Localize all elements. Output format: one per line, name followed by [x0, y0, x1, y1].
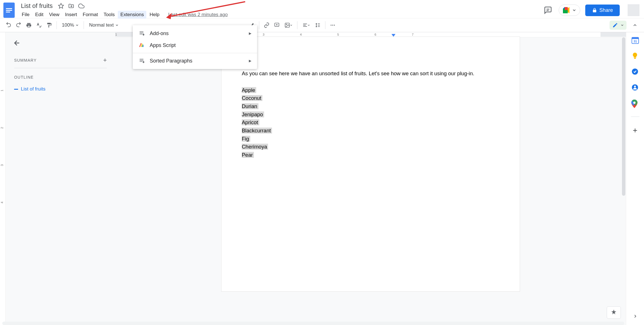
body-area: 1 2 3 4 SUMMARY + OUTLINE List of fruits… [0, 32, 644, 325]
toolbar: 100% Normal text [0, 18, 644, 32]
style-select[interactable]: Normal text [87, 21, 121, 29]
svg-text:+: + [143, 61, 144, 64]
outline-label: OUTLINE [11, 73, 110, 82]
align-button[interactable] [300, 21, 312, 30]
svg-text:+: + [143, 33, 144, 36]
svg-point-7 [286, 24, 287, 25]
document-column: 1 3 4 5 6 7 As you can see here we have … [115, 32, 626, 325]
maps-icon[interactable] [631, 100, 639, 107]
editing-mode-button[interactable] [610, 21, 626, 30]
hruler-number: 4 [300, 33, 302, 36]
zoom-select[interactable]: 100% [60, 21, 81, 29]
menu-format[interactable]: Format [80, 11, 101, 19]
menu-view[interactable]: View [47, 11, 62, 19]
star-icon[interactable] [58, 3, 64, 9]
outline-item[interactable]: List of fruits [11, 85, 110, 94]
add-summary-button[interactable]: + [103, 57, 107, 64]
svg-point-24 [633, 102, 636, 104]
docs-logo-icon [6, 7, 12, 13]
svg-point-23 [634, 86, 636, 88]
comment-button[interactable] [272, 21, 281, 30]
vertical-ruler: 1 2 3 4 [0, 32, 6, 325]
header: List of fruits File Edit View Insert For… [0, 0, 644, 18]
menu-edit[interactable]: Edit [32, 11, 46, 19]
outline-pane: SUMMARY + OUTLINE List of fruits [6, 32, 115, 325]
vruler-number: 1 [0, 90, 4, 91]
hruler-number: 6 [375, 33, 376, 36]
menu-extensions[interactable]: Extensions [118, 11, 146, 19]
fruit-line: Coconut [242, 94, 499, 102]
collapse-toolbar-button[interactable] [630, 20, 640, 30]
spellcheck-button[interactable] [34, 21, 43, 30]
submenu-arrow-icon: ▶ [249, 31, 251, 35]
cloud-status-icon[interactable] [78, 3, 85, 9]
chevron-down-icon [76, 24, 79, 27]
more-button[interactable] [328, 21, 337, 30]
outline-item-marker [14, 89, 18, 90]
explore-button[interactable] [607, 306, 621, 319]
redo-button[interactable] [14, 21, 23, 30]
side-panel-toggle[interactable] [633, 314, 638, 325]
last-edit-link[interactable]: Last edit was 2 minutes ago [168, 12, 228, 18]
toolbar-separator [56, 21, 57, 29]
arrow-left-icon [13, 39, 21, 47]
addons-plus-button[interactable]: + [633, 126, 637, 135]
sorted-paragraphs-icon: + [138, 58, 145, 64]
hruler-number: 7 [412, 33, 414, 36]
share-label: Share [599, 7, 613, 13]
lock-icon [592, 8, 597, 13]
toolbar-separator [325, 21, 325, 29]
fruit-line: Apricot [242, 119, 499, 127]
meet-icon [563, 7, 571, 13]
link-button[interactable] [262, 21, 271, 30]
image-button[interactable] [282, 21, 294, 30]
contacts-icon[interactable] [631, 84, 639, 92]
svg-marker-0 [58, 3, 64, 8]
undo-button[interactable] [4, 21, 13, 30]
comments-button[interactable] [542, 5, 554, 16]
vruler-number: 4 [0, 202, 4, 203]
outline-item-text: List of fruits [21, 86, 45, 92]
keep-icon[interactable] [631, 52, 639, 60]
dropdown-addons[interactable]: + Add-ons ▶ [133, 27, 257, 39]
svg-text:31: 31 [633, 40, 637, 43]
style-value: Normal text [89, 22, 114, 28]
menu-insert[interactable]: Insert [62, 11, 80, 19]
avatar[interactable] [628, 4, 639, 16]
doc-title[interactable]: List of fruits [19, 2, 54, 10]
doc-paragraph: As you can see here we have an unsorted … [242, 70, 499, 78]
outline-back-button[interactable] [11, 37, 23, 49]
hruler-number: 3 [263, 33, 264, 36]
document-page[interactable]: As you can see here we have an unsorted … [221, 37, 520, 291]
menu-help[interactable]: Help [147, 11, 162, 19]
share-button[interactable]: Share [585, 5, 620, 16]
pencil-icon [612, 22, 618, 28]
svg-point-14 [331, 25, 332, 25]
svg-point-16 [334, 25, 335, 25]
move-icon[interactable] [68, 3, 75, 9]
horizontal-scrollbar[interactable] [2, 322, 624, 325]
outline-divider [14, 68, 107, 68]
menubar: File Edit View Insert Format Tools Exten… [19, 11, 542, 19]
meet-button[interactable] [559, 5, 580, 16]
vertical-scrollbar[interactable] [622, 37, 625, 196]
svg-rect-20 [634, 58, 636, 59]
tasks-icon[interactable] [631, 68, 639, 76]
chevron-down-icon [308, 24, 310, 26]
fruit-line: Apple [242, 86, 499, 94]
print-button[interactable] [24, 21, 33, 30]
summary-label: SUMMARY [14, 58, 37, 63]
line-spacing-button[interactable] [313, 21, 322, 30]
menu-file[interactable]: File [19, 11, 32, 19]
paint-format-button[interactable] [45, 21, 54, 30]
calendar-icon[interactable]: 31 [631, 36, 639, 44]
dropdown-apps-script[interactable]: Apps Script [133, 39, 257, 51]
chevron-down-icon [116, 24, 118, 27]
docs-logo[interactable] [3, 3, 15, 18]
menu-tools[interactable]: Tools [101, 11, 118, 19]
dropdown-addons-label: Add-ons [150, 31, 169, 36]
chevron-down-icon [290, 24, 292, 26]
dropdown-sorted-paragraphs[interactable]: + Sorted Paragraphs ▶ [133, 55, 257, 67]
toolbar-separator [297, 21, 297, 29]
fruit-line: Blackcurrant [242, 127, 499, 135]
